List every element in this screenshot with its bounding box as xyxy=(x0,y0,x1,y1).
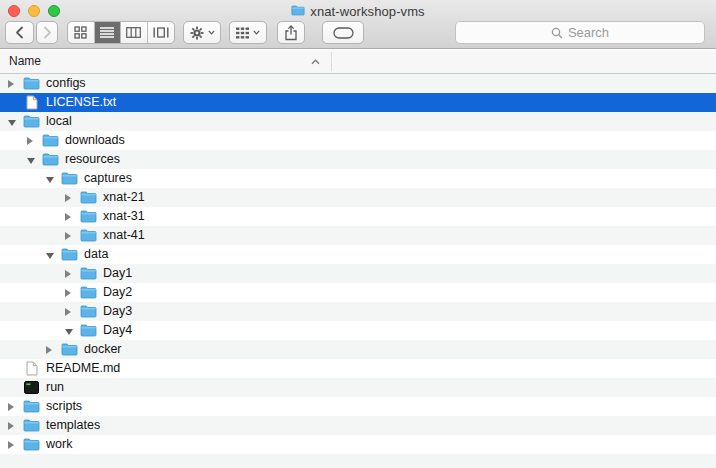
item-name: captures xyxy=(84,169,132,188)
list-item[interactable]: run xyxy=(0,378,716,397)
window-title: xnat-workshop-vms xyxy=(310,4,424,19)
item-name: xnat-31 xyxy=(103,207,145,226)
item-name: docker xyxy=(84,340,122,359)
folder-icon xyxy=(80,321,97,340)
item-name: run xyxy=(46,378,64,397)
tag-icon xyxy=(333,27,354,39)
list-view-icon xyxy=(100,27,114,38)
folder-icon xyxy=(23,397,40,416)
list-item[interactable]: docker xyxy=(0,340,716,359)
disclosure-triangle-collapsed[interactable] xyxy=(46,346,52,354)
chevron-left-icon xyxy=(15,26,24,39)
list-item[interactable]: captures xyxy=(0,169,716,188)
item-name: configs xyxy=(46,74,86,93)
document-icon xyxy=(23,359,40,378)
folder-icon xyxy=(80,283,97,302)
disclosure-triangle-collapsed[interactable] xyxy=(65,308,71,316)
folder-icon xyxy=(61,169,78,188)
disclosure-triangle-expanded[interactable] xyxy=(27,158,35,164)
folder-icon xyxy=(80,302,97,321)
disclosure-triangle-collapsed[interactable] xyxy=(8,80,14,88)
search-input[interactable]: Search xyxy=(455,21,705,44)
folder-icon xyxy=(61,340,78,359)
column-divider[interactable] xyxy=(331,52,332,71)
item-name: xnat-41 xyxy=(103,226,145,245)
list-item[interactable]: templates xyxy=(0,416,716,435)
list-item[interactable]: Day1 xyxy=(0,264,716,283)
folder-icon xyxy=(80,207,97,226)
search-placeholder: Search xyxy=(568,25,609,40)
disclosure-triangle-expanded[interactable] xyxy=(65,329,73,335)
item-name: work xyxy=(46,435,72,454)
file-list: configsLICENSE.txtlocaldownloadsresource… xyxy=(0,74,716,468)
coverflow-view-button[interactable] xyxy=(148,22,175,43)
list-item[interactable]: Day4 xyxy=(0,321,716,340)
icon-view-icon xyxy=(74,26,87,39)
back-button[interactable] xyxy=(5,21,34,44)
item-name: Day2 xyxy=(103,283,132,302)
item-name: resources xyxy=(65,150,120,169)
arrange-menu-button[interactable] xyxy=(229,21,267,44)
disclosure-triangle-collapsed[interactable] xyxy=(27,137,33,145)
icon-view-button[interactable] xyxy=(68,22,95,43)
share-icon xyxy=(284,25,298,41)
sort-ascending-icon[interactable] xyxy=(311,59,320,65)
list-item[interactable]: work xyxy=(0,435,716,454)
list-item[interactable]: data xyxy=(0,245,716,264)
item-name: Day4 xyxy=(103,321,132,340)
toolbar: Search xyxy=(0,18,716,49)
tags-button[interactable] xyxy=(322,21,364,44)
folder-icon xyxy=(42,131,59,150)
list-item[interactable]: resources xyxy=(0,150,716,169)
list-item[interactable]: local xyxy=(0,112,716,131)
empty-row xyxy=(0,454,716,468)
list-item[interactable]: Day3 xyxy=(0,302,716,321)
list-item[interactable]: Day2 xyxy=(0,283,716,302)
gear-icon xyxy=(190,26,204,40)
list-item[interactable]: README.md xyxy=(0,359,716,378)
disclosure-triangle-collapsed[interactable] xyxy=(65,213,71,221)
document-icon xyxy=(23,93,40,112)
list-item[interactable]: LICENSE.txt xyxy=(0,93,716,112)
chevron-down-icon xyxy=(208,30,215,35)
folder-icon xyxy=(23,435,40,454)
disclosure-triangle-collapsed[interactable] xyxy=(8,403,14,411)
disclosure-triangle-expanded[interactable] xyxy=(46,253,54,259)
titlebar[interactable]: xnat-workshop-vms xyxy=(0,0,716,18)
disclosure-triangle-collapsed[interactable] xyxy=(65,270,71,278)
disclosure-triangle-expanded[interactable] xyxy=(46,177,54,183)
share-button[interactable] xyxy=(277,21,305,44)
chevron-down-icon xyxy=(253,30,260,35)
folder-icon xyxy=(80,226,97,245)
window-chrome: xnat-workshop-vms xyxy=(0,0,716,49)
list-item[interactable]: xnat-31 xyxy=(0,207,716,226)
disclosure-triangle-collapsed[interactable] xyxy=(65,232,71,240)
finder-window: xnat-workshop-vms xyxy=(0,0,716,468)
column-view-button[interactable] xyxy=(121,22,148,43)
folder-icon xyxy=(80,264,97,283)
item-name: downloads xyxy=(65,131,125,150)
list-item[interactable]: xnat-21 xyxy=(0,188,716,207)
list-item[interactable]: configs xyxy=(0,74,716,93)
disclosure-triangle-expanded[interactable] xyxy=(8,120,16,126)
action-menu-button[interactable] xyxy=(183,21,221,44)
column-header-name[interactable]: Name xyxy=(9,54,41,68)
list-item[interactable]: scripts xyxy=(0,397,716,416)
disclosure-triangle-collapsed[interactable] xyxy=(65,194,71,202)
list-item[interactable]: downloads xyxy=(0,131,716,150)
view-mode-segmented-control xyxy=(67,21,175,44)
disclosure-triangle-collapsed[interactable] xyxy=(8,422,14,430)
arrange-grid-icon xyxy=(236,27,249,39)
executable-icon xyxy=(23,378,40,397)
item-name: README.md xyxy=(46,359,120,378)
forward-button[interactable] xyxy=(36,21,58,44)
item-name: local xyxy=(46,112,72,131)
list-view-button[interactable] xyxy=(95,22,122,43)
folder-icon xyxy=(42,150,59,169)
item-name: xnat-21 xyxy=(103,188,145,207)
disclosure-triangle-collapsed[interactable] xyxy=(65,289,71,297)
disclosure-triangle-collapsed[interactable] xyxy=(8,441,14,449)
list-item[interactable]: xnat-41 xyxy=(0,226,716,245)
item-name: Day3 xyxy=(103,302,132,321)
folder-icon xyxy=(61,245,78,264)
